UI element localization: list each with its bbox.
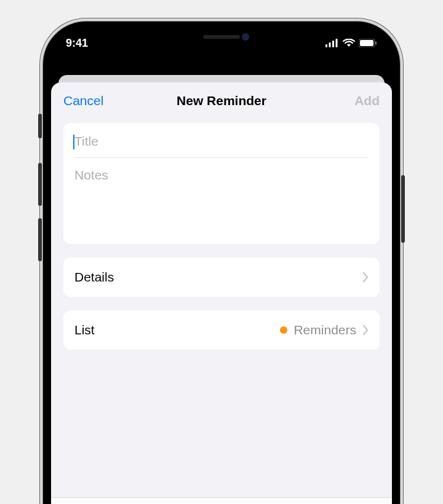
title-input[interactable]: Title xyxy=(74,123,369,158)
input-card: Title Notes xyxy=(63,123,380,244)
svg-rect-6 xyxy=(375,42,377,45)
details-label: Details xyxy=(74,270,114,285)
phone-frame: 9:41 xyxy=(43,22,400,504)
list-value: Reminders xyxy=(293,323,356,337)
sheet-content: Title Notes Details xyxy=(51,117,392,497)
list-color-dot xyxy=(280,326,287,334)
svg-rect-3 xyxy=(336,39,338,47)
volume-up-button xyxy=(38,163,42,206)
cancel-button[interactable]: Cancel xyxy=(63,93,113,108)
svg-rect-0 xyxy=(325,44,327,47)
svg-rect-1 xyxy=(329,42,331,47)
battery-icon xyxy=(359,39,377,47)
sheet-header: Cancel New Reminder Add xyxy=(51,82,392,117)
phone-screen: 9:41 xyxy=(47,26,396,504)
volume-down-button xyxy=(38,218,42,261)
add-button[interactable]: Add xyxy=(330,93,380,108)
text-cursor xyxy=(73,135,74,149)
power-button xyxy=(401,175,405,243)
quick-toolbar xyxy=(51,497,392,504)
notes-placeholder: Notes xyxy=(74,168,108,182)
details-row[interactable]: Details xyxy=(63,258,380,297)
svg-rect-5 xyxy=(360,40,373,46)
svg-rect-2 xyxy=(332,41,334,47)
list-label: List xyxy=(74,323,95,337)
cellular-signal-icon xyxy=(325,39,339,47)
notch xyxy=(154,26,289,48)
list-row[interactable]: List Reminders xyxy=(63,310,380,350)
front-camera xyxy=(242,33,249,41)
new-reminder-sheet: Cancel New Reminder Add Title Notes xyxy=(51,82,392,504)
sheet-title: New Reminder xyxy=(177,93,266,108)
chevron-right-icon xyxy=(362,325,369,336)
notes-input[interactable]: Notes xyxy=(74,158,369,244)
speaker xyxy=(203,35,240,39)
title-placeholder: Title xyxy=(74,134,98,148)
status-time: 9:41 xyxy=(66,37,88,50)
chevron-right-icon xyxy=(362,272,369,283)
mute-switch xyxy=(38,114,42,138)
wifi-icon xyxy=(343,39,355,47)
